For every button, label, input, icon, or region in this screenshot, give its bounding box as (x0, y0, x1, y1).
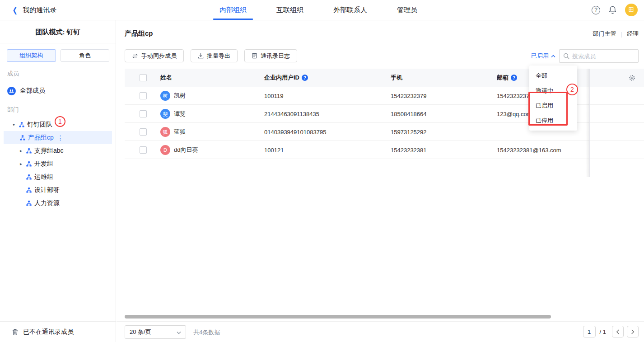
col-user-id: 企业内用户ID ? (264, 69, 308, 87)
tab-external-contacts[interactable]: 外部联系人 (333, 0, 367, 20)
chevron-down-icon (177, 329, 181, 336)
column-settings-icon[interactable] (629, 75, 635, 81)
main-panel: 产品组cp 部门主管 | 经理 手动同步成员 批量导出 (117, 20, 644, 342)
annotation-step-2: 2 (566, 84, 578, 95)
contact-log-button[interactable]: 通讯录日志 (244, 49, 297, 62)
tree-item-label: 运维组 (34, 173, 53, 181)
member-name: dd向日葵 (174, 146, 198, 154)
sync-icon (132, 53, 138, 59)
avatar: 树 (160, 91, 170, 101)
tree-item-label: 支撑组abc (34, 147, 64, 155)
search-input[interactable] (572, 53, 631, 60)
tree-item-label: 设计部呀 (34, 186, 60, 194)
status-filter[interactable]: 已启用 (531, 52, 555, 60)
view-toggle: 组织架构 角色 (7, 49, 109, 62)
table-footer: 20 条/页 共4条数据 / 1 (117, 321, 644, 342)
page-number-input[interactable] (583, 326, 596, 337)
department-icon (19, 122, 24, 127)
select-all-checkbox[interactable] (140, 74, 147, 81)
horizontal-scrollbar[interactable] (125, 315, 551, 319)
row-checkbox[interactable] (140, 110, 147, 117)
tab-admin[interactable]: 管理员 (397, 0, 417, 20)
next-page-button[interactable] (627, 326, 639, 337)
batch-export-button[interactable]: 批量导出 (191, 49, 238, 62)
topbar: ❮ 我的通讯录 内部组织 互联组织 外部联系人 管理员 ? 田 (0, 0, 644, 20)
sidebar: 团队模式: 钉钉 组织架构 角色 成员 全部成员 部门 ▾ (0, 20, 116, 342)
trash-icon (12, 328, 19, 336)
chevron-up-icon (551, 55, 555, 58)
page-title: 产品组cp (125, 29, 153, 38)
dept-manager-link[interactable]: 部门主管 (593, 30, 616, 38)
avatar: D (160, 145, 170, 155)
divider: | (621, 31, 622, 37)
help-badge-icon[interactable]: ? (302, 75, 308, 81)
tree-item-label: 钉钉团队 (27, 121, 52, 129)
removed-members-entry[interactable]: 已不在通讯录成员 (0, 321, 116, 342)
tree-item-support-group[interactable]: ▸ 支撑组abc (0, 144, 116, 157)
toolbar: 手动同步成员 批量导出 通讯录日志 (125, 49, 297, 62)
removed-members-label: 已不在通讯录成员 (23, 328, 74, 336)
page-total: / 1 (600, 328, 606, 335)
tree-item-label: 开发组 (34, 160, 53, 168)
tab-connected-org[interactable]: 互联组织 (276, 0, 303, 20)
back-label: 我的通讯录 (23, 6, 56, 14)
tree-item-product-group[interactable]: 产品组cp ⋮ (4, 131, 112, 144)
tree-item-hr[interactable]: 人力资源 (0, 197, 116, 210)
table-row[interactable]: D dd向日葵 100121 15423232381 15423232381@1… (125, 141, 644, 159)
status-filter-value: 已启用 (531, 52, 549, 60)
tree-item-dev-group[interactable]: ▸ 开发组 (0, 157, 116, 170)
page-size-select[interactable]: 20 条/页 (125, 325, 186, 339)
manual-sync-button[interactable]: 手动同步成员 (125, 49, 184, 62)
menu-item-all[interactable]: 全部 (529, 68, 577, 83)
tree-item-label: 人力资源 (34, 199, 60, 207)
departments-section-label: 部门 (7, 106, 116, 114)
annotation-step-1: 1 (55, 116, 65, 127)
col-name: 姓名 (160, 69, 172, 87)
member-phone: 18508418664 (391, 105, 427, 123)
total-count: 共4条数据 (193, 328, 220, 337)
caret-right-icon[interactable]: ▸ (20, 148, 26, 153)
department-icon (26, 161, 32, 167)
member-id: 100119 (264, 87, 283, 105)
department-icon (20, 135, 25, 141)
sidebar-item-all-members[interactable]: 全部成员 (0, 84, 116, 98)
menu-item-enabled[interactable]: 已启用 (529, 98, 577, 113)
all-members-label: 全部成员 (20, 87, 45, 95)
user-avatar[interactable]: 田 (625, 4, 638, 16)
top-tabs: 内部组织 互联组织 外部联系人 管理员 (219, 0, 417, 20)
org-structure-button[interactable]: 组织架构 (7, 49, 56, 62)
member-phone: 15423232379 (391, 87, 427, 105)
tree-item-ops-group[interactable]: 运维组 (0, 170, 116, 183)
department-icon (26, 148, 32, 154)
member-phone: 15973125292 (391, 123, 427, 141)
row-checkbox[interactable] (140, 92, 147, 99)
tree-item-label: 产品组cp (28, 134, 54, 142)
pagination: / 1 (583, 326, 639, 337)
help-badge-icon[interactable]: ? (511, 75, 517, 81)
menu-item-disabled[interactable]: 已停用 (529, 113, 577, 128)
prev-page-button[interactable] (612, 326, 624, 337)
download-icon (198, 53, 204, 59)
caret-down-icon[interactable]: ▾ (13, 122, 19, 127)
col-phone: 手机 (391, 69, 402, 87)
avatar: 斐 (160, 109, 170, 119)
back-button[interactable]: ❮ 我的通讯录 (12, 0, 56, 20)
bell-icon[interactable] (608, 5, 617, 14)
help-icon[interactable]: ? (592, 6, 600, 14)
tab-internal-org[interactable]: 内部组织 (219, 0, 247, 20)
members-section-label: 成员 (7, 70, 116, 78)
member-name: 谭斐 (174, 110, 186, 118)
row-checkbox[interactable] (140, 128, 147, 136)
document-icon (252, 53, 257, 59)
fixed-column-divider (589, 69, 590, 177)
caret-right-icon[interactable]: ▸ (20, 161, 26, 166)
status-dropdown-menu: 全部 邀请中 已启用 已停用 (529, 66, 577, 131)
more-actions-icon[interactable]: ⋮ (57, 134, 64, 141)
member-name: 凯树 (174, 92, 186, 100)
tree-item-design-dept[interactable]: 设计部呀 (0, 183, 116, 197)
manager-link[interactable]: 经理 (627, 30, 639, 38)
search-box (559, 49, 639, 63)
roles-button[interactable]: 角色 (61, 49, 110, 62)
row-checkbox[interactable] (140, 146, 147, 154)
app-root: ❮ 我的通讯录 内部组织 互联组织 外部联系人 管理员 ? 田 团队模式: 钉钉… (0, 0, 644, 342)
